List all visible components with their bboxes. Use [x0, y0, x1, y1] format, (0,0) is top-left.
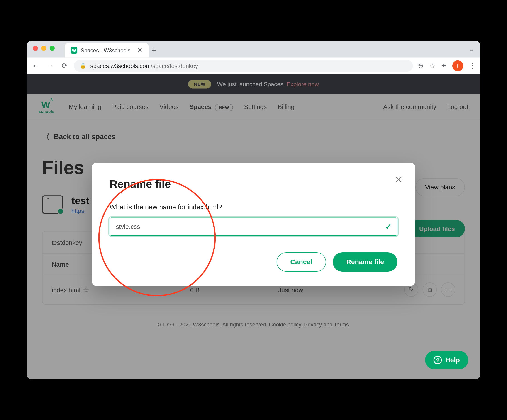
kebab-menu-icon[interactable]: ⋮ [469, 62, 476, 69]
help-button[interactable]: ? Help [425, 351, 468, 369]
rename-input[interactable] [110, 218, 397, 236]
url-path: /space/testdonkey [151, 62, 198, 69]
modal-close-button[interactable]: ✕ [395, 174, 402, 185]
modal-title: Rename file [110, 178, 397, 191]
nav-reload-icon[interactable]: ⟳ [60, 62, 69, 69]
rename-modal: Rename file ✕ What is the new name for i… [92, 163, 415, 286]
zoom-icon[interactable]: ⊖ [418, 62, 423, 69]
new-tab-button[interactable]: + [152, 46, 156, 55]
titlebar: W Spaces - W3schools ✕ + ⌄ [27, 41, 480, 58]
url-input[interactable]: 🔒 spaces.w3schools.com/space/testdonkey [74, 60, 413, 72]
minimize-window-icon[interactable] [41, 46, 46, 51]
profile-avatar[interactable]: T [452, 60, 463, 71]
help-icon: ? [434, 356, 442, 364]
cancel-button[interactable]: Cancel [276, 252, 326, 272]
tabs-chevron-icon[interactable]: ⌄ [469, 45, 474, 53]
nav-back-icon[interactable]: ← [31, 62, 41, 69]
help-label: Help [445, 356, 460, 364]
page-content: NEW We just launched Spaces. Explore now… [27, 74, 480, 379]
browser-tab[interactable]: W Spaces - W3schools ✕ [65, 43, 148, 58]
maximize-window-icon[interactable] [50, 46, 55, 51]
rename-confirm-button[interactable]: Rename file [333, 252, 397, 272]
browser-window: W Spaces - W3schools ✕ + ⌄ ← → ⟳ 🔒 space… [27, 41, 480, 379]
nav-forward-icon[interactable]: → [45, 62, 55, 69]
favicon-icon: W [70, 47, 77, 54]
valid-check-icon: ✓ [385, 222, 392, 231]
extensions-icon[interactable]: ✦ [441, 62, 446, 69]
star-icon[interactable]: ☆ [429, 62, 435, 69]
address-bar: ← → ⟳ 🔒 spaces.w3schools.com/space/testd… [27, 58, 480, 74]
tab-title: Spaces - W3schools [81, 47, 130, 54]
tab-close-icon[interactable]: ✕ [137, 47, 143, 54]
close-window-icon[interactable] [33, 46, 38, 51]
window-controls [33, 46, 55, 51]
modal-prompt: What is the new name for index.html? [110, 203, 397, 211]
url-domain: spaces.w3schools.com [90, 62, 151, 69]
lock-icon: 🔒 [80, 63, 86, 69]
